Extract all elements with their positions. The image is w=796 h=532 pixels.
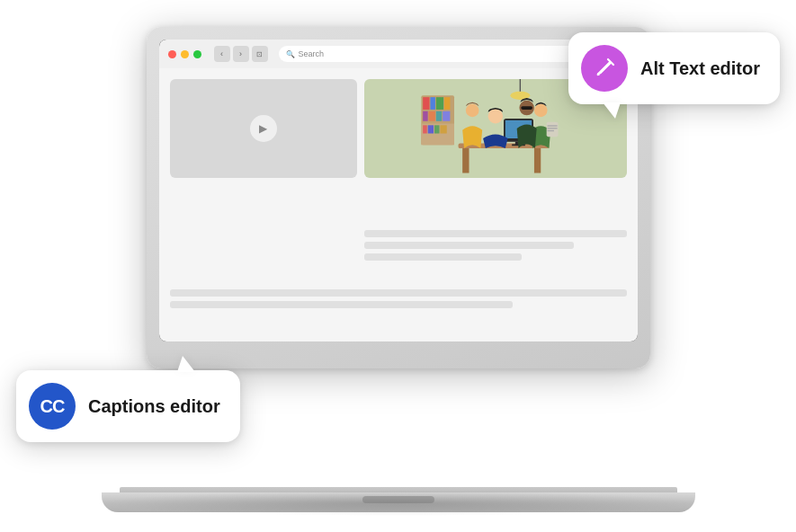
alt-text-label: Alt Text editor bbox=[640, 58, 760, 79]
browser-chrome: ‹ › ⊡ 🔍 Search bbox=[159, 40, 638, 68]
browser-nav: ‹ › ⊡ bbox=[214, 46, 268, 62]
bottom-line-2 bbox=[170, 301, 513, 308]
maximize-dot bbox=[193, 50, 201, 58]
close-dot bbox=[168, 50, 176, 58]
svg-rect-22 bbox=[430, 97, 435, 110]
text-lines-area bbox=[364, 230, 627, 283]
svg-rect-32 bbox=[434, 125, 440, 133]
svg-rect-25 bbox=[423, 111, 428, 121]
alt-text-icon bbox=[581, 45, 628, 92]
svg-rect-21 bbox=[423, 97, 429, 110]
text-line-1 bbox=[364, 230, 627, 237]
search-text: Search bbox=[299, 49, 325, 58]
svg-rect-16 bbox=[547, 128, 557, 129]
svg-rect-33 bbox=[440, 125, 446, 133]
svg-rect-15 bbox=[547, 125, 557, 126]
svg-point-12 bbox=[466, 104, 479, 118]
svg-rect-17 bbox=[547, 130, 553, 131]
browser-content: ▶ bbox=[159, 68, 638, 341]
captions-icon: CC bbox=[29, 383, 76, 430]
svg-rect-30 bbox=[423, 125, 427, 133]
svg-rect-19 bbox=[521, 106, 532, 110]
cc-icon-text: CC bbox=[40, 396, 65, 417]
laptop-shadow bbox=[93, 491, 704, 516]
scene: Alt Text editor ‹ › ⊡ 🔍 Search bbox=[0, 0, 796, 532]
svg-rect-28 bbox=[443, 111, 450, 121]
bottom-line-1 bbox=[170, 289, 627, 297]
svg-point-11 bbox=[487, 109, 503, 124]
reload-button[interactable]: ⊡ bbox=[252, 46, 268, 62]
text-line-3 bbox=[364, 253, 522, 261]
svg-rect-27 bbox=[436, 111, 442, 121]
alt-text-tooltip: Alt Text editor bbox=[568, 32, 780, 104]
svg-rect-5 bbox=[462, 148, 469, 173]
search-icon: 🔍 bbox=[286, 50, 295, 58]
play-button[interactable]: ▶ bbox=[250, 115, 277, 142]
minimize-dot bbox=[181, 50, 189, 58]
svg-rect-26 bbox=[428, 111, 434, 121]
captions-tooltip: CC Captions editor bbox=[16, 370, 240, 442]
svg-rect-31 bbox=[427, 125, 433, 133]
text-line-2 bbox=[364, 242, 574, 249]
svg-rect-23 bbox=[436, 97, 443, 110]
captions-label: Captions editor bbox=[88, 396, 220, 417]
traffic-lights bbox=[168, 50, 201, 58]
back-button[interactable]: ‹ bbox=[214, 46, 230, 62]
edit-pencil-icon bbox=[592, 56, 617, 81]
video-placeholder: ▶ bbox=[170, 79, 357, 178]
svg-rect-14 bbox=[546, 122, 558, 137]
forward-button[interactable]: › bbox=[233, 46, 249, 62]
bottom-content-area bbox=[170, 289, 627, 331]
svg-point-13 bbox=[534, 104, 548, 118]
svg-rect-6 bbox=[534, 148, 541, 173]
screen-bezel: ‹ › ⊡ 🔍 Search ▶ bbox=[159, 40, 638, 341]
svg-rect-24 bbox=[444, 97, 450, 110]
